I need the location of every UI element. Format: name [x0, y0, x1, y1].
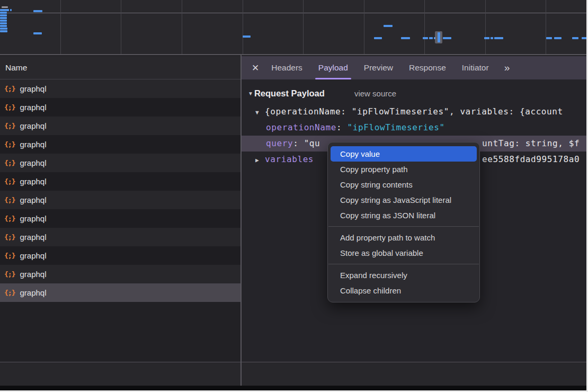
- menu-separator: [328, 264, 479, 264]
- network-request-row[interactable]: {;}graphql: [0, 228, 240, 246]
- overview-gray-bar: [2, 6, 8, 8]
- menu-item-collapse-children[interactable]: Collapse children: [328, 283, 479, 298]
- waterfall-bar: [401, 37, 410, 39]
- overview-gridline: [121, 0, 121, 54]
- detail-tabs: HeadersPayloadPreviewResponseInitiator: [263, 56, 496, 79]
- more-tabs-icon[interactable]: »: [504, 62, 509, 74]
- json-request-icon: {;}: [4, 122, 15, 130]
- context-menu: Copy valueCopy property pathCopy string …: [327, 142, 480, 302]
- detail-tabbar: ✕ HeadersPayloadPreviewResponseInitiator…: [240, 56, 588, 79]
- json-request-icon: {;}: [4, 196, 15, 204]
- network-request-row[interactable]: {;}graphql: [0, 209, 240, 228]
- waterfall-bar: [0, 25, 7, 27]
- network-request-row[interactable]: {;}graphql: [0, 79, 240, 98]
- network-request-row[interactable]: {;}graphql: [0, 191, 240, 209]
- request-list-panel: Name {;}graphql{;}graphql{;}graphql{;}gr…: [0, 56, 240, 392]
- waterfall-bar: [0, 28, 7, 30]
- request-name-label: graphql: [20, 270, 46, 279]
- close-icon[interactable]: ✕: [252, 63, 259, 74]
- waterfall-bar: [10, 9, 12, 11]
- tab-initiator[interactable]: Initiator: [454, 56, 497, 79]
- overview-baseline: [0, 13, 588, 13]
- overview-marker-tick: [438, 32, 440, 42]
- payload-root-row[interactable]: ▼{operationName: "ipFlowTimeseries", var…: [240, 104, 588, 120]
- overview-gridline: [60, 0, 61, 54]
- request-name-label: graphql: [20, 251, 46, 260]
- json-request-icon: {;}: [4, 233, 15, 241]
- waterfall-bar: [423, 37, 428, 39]
- network-request-row[interactable]: {;}graphql: [0, 172, 240, 191]
- property-value-right: ee5588fdad995178a0: [482, 152, 580, 167]
- view-source-link[interactable]: view source: [354, 89, 396, 98]
- tab-payload[interactable]: Payload: [310, 56, 356, 79]
- menu-item-copy-property-path[interactable]: Copy property path: [328, 162, 479, 177]
- network-main-area: Name {;}graphql{;}graphql{;}graphql{;}gr…: [0, 56, 588, 392]
- waterfall-bar: [0, 14, 7, 16]
- property-value-right: untTag: string, $f: [482, 136, 580, 152]
- menu-item-store-as-global-variable[interactable]: Store as global variable: [328, 245, 479, 261]
- request-name-label: graphql: [20, 288, 46, 297]
- overview-gridline: [303, 0, 304, 54]
- waterfall-bar: [33, 32, 42, 34]
- waterfall-bar: [0, 9, 9, 11]
- menu-item-copy-string-as-javascript-literal[interactable]: Copy string as JavaScript literal: [328, 192, 479, 208]
- row-collapse-icon[interactable]: ▶: [255, 153, 264, 167]
- tab-headers[interactable]: Headers: [263, 56, 310, 79]
- network-request-row[interactable]: {;}graphql: [0, 98, 240, 117]
- network-request-row[interactable]: {;}graphql: [0, 154, 240, 172]
- name-column-header[interactable]: Name: [0, 56, 240, 79]
- request-name-label: graphql: [20, 140, 46, 149]
- waterfall-bar: [494, 37, 503, 39]
- menu-item-expand-recursively[interactable]: Expand recursively: [328, 268, 479, 283]
- request-name-label: graphql: [20, 214, 46, 223]
- json-request-icon: {;}: [4, 140, 15, 148]
- section-title: Request Payload: [254, 88, 325, 99]
- waterfall-bar: [0, 20, 7, 22]
- json-request-icon: {;}: [4, 159, 15, 167]
- section-expand-icon[interactable]: ▼: [248, 91, 253, 96]
- menu-item-copy-string-contents[interactable]: Copy string contents: [328, 177, 479, 192]
- json-request-icon: {;}: [4, 177, 15, 185]
- network-request-row[interactable]: {;}graphql: [0, 265, 240, 283]
- waterfall-bar: [0, 17, 7, 19]
- operation-name-row[interactable]: operationName: "ipFlowTimeseries": [240, 120, 588, 136]
- menu-item-add-property-path-to-watch[interactable]: Add property path to watch: [328, 230, 479, 245]
- property-key: query: [266, 138, 293, 148]
- request-name-label: graphql: [20, 177, 46, 186]
- network-request-row[interactable]: {;}graphql: [0, 117, 240, 135]
- json-request-icon: {;}: [4, 252, 15, 260]
- waterfall-bar: [572, 37, 578, 39]
- property-key: variables: [265, 154, 314, 164]
- waterfall-bar: [0, 30, 7, 32]
- waterfall-bar: [243, 35, 251, 38]
- overview-gridline: [424, 0, 425, 54]
- overview-gridline: [243, 0, 243, 54]
- payload-preview-text: {operationName: "ipFlowTimeseries", vari…: [265, 106, 563, 117]
- summary-footer: [0, 362, 588, 386]
- waterfall-bar: [374, 37, 382, 39]
- network-request-row[interactable]: {;}graphql: [0, 135, 240, 154]
- overview-gridline: [182, 0, 182, 54]
- waterfall-bar: [546, 37, 552, 39]
- json-request-icon: {;}: [4, 289, 15, 297]
- request-name-label: graphql: [20, 84, 46, 93]
- waterfall-bar: [429, 37, 433, 39]
- row-expand-icon[interactable]: ▼: [255, 105, 264, 120]
- menu-item-copy-value[interactable]: Copy value: [331, 146, 477, 162]
- request-payload-section[interactable]: ▼ Request Payload view source: [240, 79, 588, 104]
- waterfall-bar: [484, 37, 489, 39]
- request-name-label: graphql: [20, 103, 46, 112]
- menu-item-copy-string-as-json-literal[interactable]: Copy string as JSON literal: [328, 208, 479, 223]
- network-request-row[interactable]: {;}graphql: [0, 246, 240, 265]
- json-request-icon: {;}: [4, 85, 15, 93]
- network-request-row[interactable]: {;}graphql: [0, 283, 240, 302]
- waterfall-bar: [491, 37, 493, 39]
- waterfall-bar: [554, 37, 562, 39]
- request-name-label: graphql: [20, 233, 46, 242]
- network-overview-strip[interactable]: [0, 0, 588, 55]
- property-key: operationName: [266, 122, 336, 132]
- colon: :: [336, 122, 347, 132]
- panel-divider[interactable]: [240, 55, 242, 386]
- tab-response[interactable]: Response: [401, 56, 454, 79]
- tab-preview[interactable]: Preview: [356, 56, 401, 79]
